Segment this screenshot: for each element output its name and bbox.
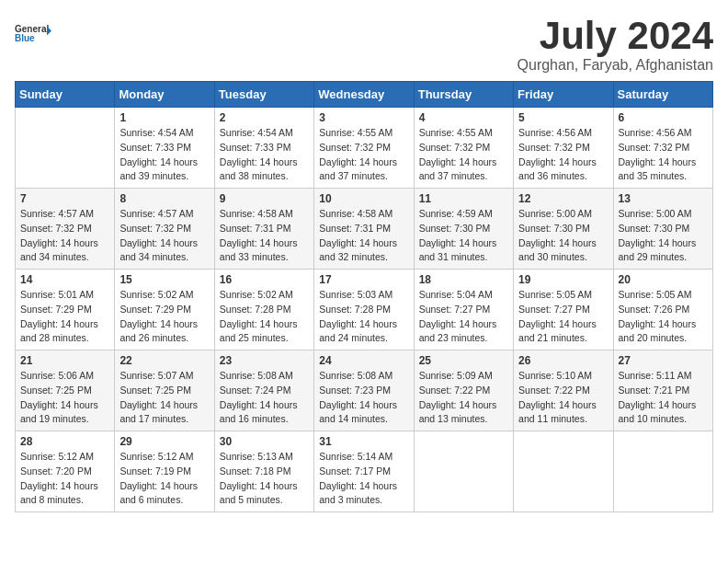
day-info: Sunrise: 5:12 AM Sunset: 7:19 PM Dayligh… xyxy=(119,450,209,508)
day-info: Sunrise: 5:10 AM Sunset: 7:22 PM Dayligh… xyxy=(518,369,608,427)
day-number: 22 xyxy=(119,354,209,367)
sunset-text: Sunset: 7:25 PM xyxy=(20,385,92,396)
day-info: Sunrise: 5:03 AM Sunset: 7:28 PM Dayligh… xyxy=(319,288,408,346)
daylight-text: Daylight: 14 hours and 5 minutes. xyxy=(220,480,298,506)
day-info: Sunrise: 4:54 AM Sunset: 7:33 PM Dayligh… xyxy=(220,126,309,184)
sunrise-text: Sunrise: 5:10 AM xyxy=(518,370,592,381)
sunset-text: Sunset: 7:30 PM xyxy=(419,223,491,234)
sunrise-text: Sunrise: 5:05 AM xyxy=(518,289,592,300)
day-info: Sunrise: 4:58 AM Sunset: 7:31 PM Dayligh… xyxy=(319,207,408,265)
day-info: Sunrise: 4:55 AM Sunset: 7:32 PM Dayligh… xyxy=(419,126,508,184)
day-cell: 11 Sunrise: 4:59 AM Sunset: 7:30 PM Dayl… xyxy=(414,189,513,270)
sunrise-text: Sunrise: 5:00 AM xyxy=(619,208,692,219)
day-number: 10 xyxy=(319,192,408,205)
day-info: Sunrise: 4:57 AM Sunset: 7:32 PM Dayligh… xyxy=(119,207,209,265)
day-info: Sunrise: 5:05 AM Sunset: 7:27 PM Dayligh… xyxy=(518,288,608,346)
day-number: 30 xyxy=(220,435,309,448)
day-info: Sunrise: 5:08 AM Sunset: 7:23 PM Dayligh… xyxy=(319,369,408,427)
day-cell: 31 Sunrise: 5:14 AM Sunset: 7:17 PM Dayl… xyxy=(314,431,414,512)
day-number: 15 xyxy=(119,273,209,286)
day-info: Sunrise: 4:57 AM Sunset: 7:32 PM Dayligh… xyxy=(20,207,109,265)
day-cell: 6 Sunrise: 4:56 AM Sunset: 7:32 PM Dayli… xyxy=(613,108,712,189)
daylight-text: Daylight: 14 hours and 35 minutes. xyxy=(619,156,697,182)
day-number: 27 xyxy=(619,354,708,367)
col-header-tuesday: Tuesday xyxy=(214,82,313,108)
daylight-text: Daylight: 14 hours and 24 minutes. xyxy=(319,318,397,344)
title-area: July 2024 Qurghan, Faryab, Afghanistan xyxy=(518,15,713,74)
sunset-text: Sunset: 7:27 PM xyxy=(518,304,590,315)
day-info: Sunrise: 5:00 AM Sunset: 7:30 PM Dayligh… xyxy=(619,207,708,265)
day-cell: 12 Sunrise: 5:00 AM Sunset: 7:30 PM Dayl… xyxy=(514,189,613,270)
col-header-saturday: Saturday xyxy=(613,82,712,108)
day-cell: 10 Sunrise: 4:58 AM Sunset: 7:31 PM Dayl… xyxy=(314,189,414,270)
day-cell: 28 Sunrise: 5:12 AM Sunset: 7:20 PM Dayl… xyxy=(16,431,115,512)
sunrise-text: Sunrise: 5:08 AM xyxy=(319,370,392,381)
daylight-text: Daylight: 14 hours and 32 minutes. xyxy=(319,237,397,263)
location-title: Qurghan, Faryab, Afghanistan xyxy=(518,57,713,74)
day-number: 3 xyxy=(319,111,408,124)
daylight-text: Daylight: 14 hours and 30 minutes. xyxy=(518,237,597,263)
day-info: Sunrise: 4:54 AM Sunset: 7:33 PM Dayligh… xyxy=(119,126,209,184)
sunrise-text: Sunrise: 5:07 AM xyxy=(119,370,193,381)
header-row: SundayMondayTuesdayWednesdayThursdayFrid… xyxy=(16,82,713,108)
daylight-text: Daylight: 14 hours and 14 minutes. xyxy=(319,399,397,425)
sunrise-text: Sunrise: 4:55 AM xyxy=(319,127,392,138)
day-number: 20 xyxy=(619,273,708,286)
daylight-text: Daylight: 14 hours and 31 minutes. xyxy=(419,237,497,263)
sunset-text: Sunset: 7:32 PM xyxy=(319,142,391,153)
sunset-text: Sunset: 7:27 PM xyxy=(419,304,491,315)
day-cell: 16 Sunrise: 5:02 AM Sunset: 7:28 PM Dayl… xyxy=(214,270,313,350)
daylight-text: Daylight: 14 hours and 20 minutes. xyxy=(619,318,697,344)
daylight-text: Daylight: 14 hours and 34 minutes. xyxy=(20,237,98,263)
sunset-text: Sunset: 7:31 PM xyxy=(319,223,391,234)
daylight-text: Daylight: 14 hours and 13 minutes. xyxy=(419,399,497,425)
sunset-text: Sunset: 7:22 PM xyxy=(518,385,590,396)
sunset-text: Sunset: 7:31 PM xyxy=(220,223,291,234)
day-number: 5 xyxy=(518,111,608,124)
sunset-text: Sunset: 7:33 PM xyxy=(119,142,191,153)
sunrise-text: Sunrise: 4:59 AM xyxy=(419,208,493,219)
daylight-text: Daylight: 14 hours and 11 minutes. xyxy=(518,399,597,425)
day-cell: 20 Sunrise: 5:05 AM Sunset: 7:26 PM Dayl… xyxy=(613,270,712,350)
sunrise-text: Sunrise: 4:58 AM xyxy=(220,208,293,219)
sunset-text: Sunset: 7:25 PM xyxy=(119,385,191,396)
sunset-text: Sunset: 7:29 PM xyxy=(20,304,92,315)
day-number: 9 xyxy=(220,192,309,205)
month-title: July 2024 xyxy=(518,15,713,57)
day-cell: 23 Sunrise: 5:08 AM Sunset: 7:24 PM Dayl… xyxy=(214,350,313,431)
sunrise-text: Sunrise: 5:13 AM xyxy=(220,451,293,462)
daylight-text: Daylight: 14 hours and 6 minutes. xyxy=(119,480,198,506)
sunrise-text: Sunrise: 5:08 AM xyxy=(220,370,293,381)
sunset-text: Sunset: 7:22 PM xyxy=(419,385,491,396)
week-row-4: 21 Sunrise: 5:06 AM Sunset: 7:25 PM Dayl… xyxy=(16,350,713,431)
day-cell xyxy=(16,108,115,189)
col-header-thursday: Thursday xyxy=(414,82,513,108)
col-header-sunday: Sunday xyxy=(16,82,115,108)
sunset-text: Sunset: 7:29 PM xyxy=(119,304,191,315)
day-cell: 18 Sunrise: 5:04 AM Sunset: 7:27 PM Dayl… xyxy=(414,270,513,350)
day-info: Sunrise: 5:06 AM Sunset: 7:25 PM Dayligh… xyxy=(20,369,109,427)
header: General Blue July 2024 Qurghan, Faryab, … xyxy=(15,15,713,74)
day-number: 25 xyxy=(419,354,508,367)
sunrise-text: Sunrise: 5:01 AM xyxy=(20,289,94,300)
daylight-text: Daylight: 14 hours and 25 minutes. xyxy=(220,318,298,344)
daylight-text: Daylight: 14 hours and 21 minutes. xyxy=(518,318,597,344)
week-row-2: 7 Sunrise: 4:57 AM Sunset: 7:32 PM Dayli… xyxy=(16,189,713,270)
day-number: 14 xyxy=(20,273,109,286)
day-number: 11 xyxy=(419,192,508,205)
day-info: Sunrise: 4:58 AM Sunset: 7:31 PM Dayligh… xyxy=(220,207,309,265)
day-cell: 15 Sunrise: 5:02 AM Sunset: 7:29 PM Dayl… xyxy=(115,270,214,350)
day-number: 19 xyxy=(518,273,608,286)
day-number: 24 xyxy=(319,354,408,367)
sunset-text: Sunset: 7:21 PM xyxy=(619,385,690,396)
day-cell: 30 Sunrise: 5:13 AM Sunset: 7:18 PM Dayl… xyxy=(214,431,313,512)
svg-marker-2 xyxy=(47,27,51,36)
sunset-text: Sunset: 7:23 PM xyxy=(319,385,391,396)
day-info: Sunrise: 4:59 AM Sunset: 7:30 PM Dayligh… xyxy=(419,207,508,265)
day-number: 7 xyxy=(20,192,109,205)
sunset-text: Sunset: 7:24 PM xyxy=(220,385,291,396)
day-number: 17 xyxy=(319,273,408,286)
sunrise-text: Sunrise: 5:04 AM xyxy=(419,289,493,300)
day-number: 6 xyxy=(619,111,708,124)
day-cell: 26 Sunrise: 5:10 AM Sunset: 7:22 PM Dayl… xyxy=(514,350,613,431)
